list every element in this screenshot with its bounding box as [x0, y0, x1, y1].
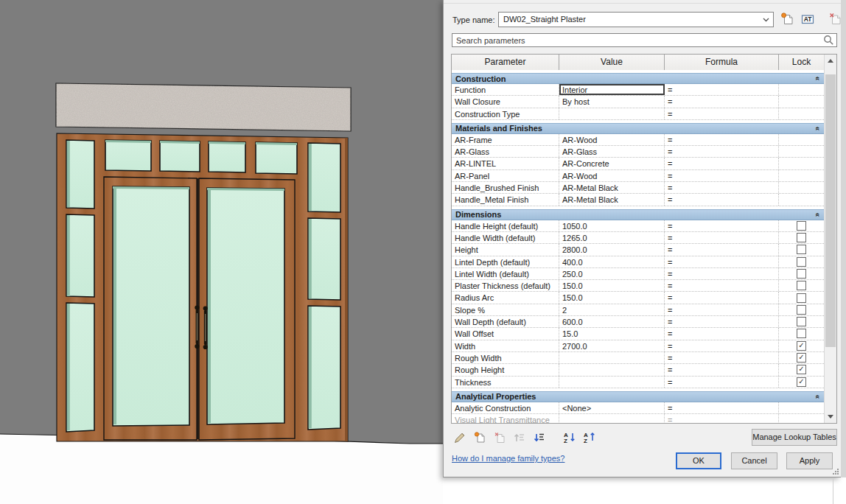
parameter-name-cell[interactable]: Thickness: [452, 377, 559, 388]
help-link[interactable]: How do I manage family types?: [452, 454, 564, 463]
parameter-value-cell[interactable]: <None>: [559, 402, 665, 413]
parameter-formula-cell[interactable]: =: [665, 84, 779, 95]
parameter-formula-cell[interactable]: =: [665, 328, 779, 339]
parameter-name-cell[interactable]: Function: [452, 84, 559, 95]
parameter-name-cell[interactable]: Radius Arc: [452, 292, 559, 303]
edit-parameter-icon[interactable]: [453, 431, 466, 444]
parameter-value-cell[interactable]: 150.0: [559, 292, 665, 303]
parameter-name-cell[interactable]: Width: [452, 340, 559, 351]
parameter-name-cell[interactable]: Height: [452, 244, 559, 255]
column-header-formula[interactable]: Formula: [665, 55, 779, 70]
parameter-name-cell[interactable]: Handle Height (default): [452, 220, 559, 231]
parameter-value-cell[interactable]: 1050.0: [559, 220, 665, 231]
parameter-formula-cell[interactable]: =: [665, 158, 779, 169]
parameter-formula-cell[interactable]: =: [665, 134, 779, 145]
parameter-name-cell[interactable]: Wall Offset: [452, 328, 559, 339]
collapse-chevron-icon[interactable]: «: [814, 212, 822, 217]
parameter-formula-cell[interactable]: =: [665, 170, 779, 181]
rename-type-button[interactable]: AT: [800, 11, 816, 27]
parameter-formula-cell[interactable]: =: [665, 182, 779, 193]
parameter-formula-cell[interactable]: =: [665, 352, 779, 363]
scroll-up-button[interactable]: [825, 55, 836, 67]
parameter-value-cell[interactable]: AR-Metal Black: [559, 194, 665, 205]
lock-checkbox[interactable]: [797, 317, 806, 326]
search-input[interactable]: [452, 33, 837, 47]
parameter-name-cell[interactable]: Rough Width: [452, 352, 559, 363]
cancel-button[interactable]: Cancel: [731, 452, 777, 469]
section-header-row[interactable]: Materials and Finishes«: [452, 123, 824, 134]
column-header-value[interactable]: Value: [559, 55, 665, 70]
parameter-formula-cell[interactable]: =: [665, 220, 779, 231]
parameter-formula-cell[interactable]: =: [665, 340, 779, 351]
parameter-value-cell[interactable]: Interior: [559, 84, 665, 95]
parameter-value-cell[interactable]: 2700.0: [559, 340, 665, 351]
scroll-down-button[interactable]: [825, 410, 836, 423]
parameter-name-cell[interactable]: Rough Height: [452, 364, 559, 375]
parameter-value-cell[interactable]: [559, 364, 665, 375]
delete-parameter-icon[interactable]: [493, 431, 506, 444]
table-scrollbar[interactable]: [824, 55, 836, 423]
parameter-name-cell[interactable]: Slope %: [452, 304, 559, 315]
parameter-value-cell[interactable]: [559, 352, 665, 363]
parameter-name-cell[interactable]: Construction Type: [452, 108, 559, 119]
parameter-value-cell[interactable]: 15.0: [559, 328, 665, 339]
parameter-value-cell[interactable]: [559, 414, 665, 423]
parameter-name-cell[interactable]: Handle_Brushed Finish: [452, 182, 559, 193]
type-name-combobox[interactable]: DW02_Straight Plaster: [498, 12, 774, 27]
parameter-name-cell[interactable]: Lintel Depth (default): [452, 256, 559, 267]
parameter-formula-cell[interactable]: =: [665, 402, 779, 413]
parameter-value-cell[interactable]: 2: [559, 304, 665, 315]
lock-checkbox[interactable]: ✓: [797, 377, 806, 387]
parameter-formula-cell[interactable]: =: [665, 108, 779, 119]
lock-checkbox[interactable]: [797, 221, 806, 231]
lock-checkbox[interactable]: [797, 257, 806, 267]
resize-grip[interactable]: [832, 468, 839, 475]
sort-ascending-icon[interactable]: A Z: [563, 431, 576, 444]
parameter-formula-cell[interactable]: =: [665, 292, 779, 303]
parameter-name-cell[interactable]: Handle Width (default): [452, 232, 559, 243]
parameter-name-cell[interactable]: Handle_Metal Finish: [452, 194, 559, 205]
parameter-value-cell[interactable]: AR-Wood: [559, 170, 665, 181]
parameter-name-cell[interactable]: Plaster Thickness (default): [452, 280, 559, 291]
parameter-formula-cell[interactable]: =: [665, 316, 779, 327]
parameter-formula-cell[interactable]: =: [665, 244, 779, 255]
parameter-name-cell[interactable]: AR-LINTEL: [452, 158, 559, 169]
parameter-formula-cell[interactable]: =: [665, 194, 779, 205]
parameter-formula-cell[interactable]: =: [665, 364, 779, 375]
parameter-name-cell[interactable]: Wall Depth (default): [452, 316, 559, 327]
collapse-chevron-icon[interactable]: «: [814, 395, 822, 399]
lock-checkbox[interactable]: [797, 293, 806, 303]
parameter-value-cell[interactable]: 250.0: [559, 268, 665, 279]
parameter-name-cell[interactable]: Visual Light Transmittance: [452, 414, 559, 423]
parameter-value-cell[interactable]: By host: [559, 96, 665, 107]
parameter-value-cell[interactable]: AR-Concrete: [559, 158, 665, 169]
parameter-value-cell[interactable]: AR-Glass: [559, 146, 665, 157]
lock-checkbox[interactable]: [797, 281, 806, 290]
lock-checkbox[interactable]: [797, 233, 806, 242]
parameter-name-cell[interactable]: AR-Panel: [452, 170, 559, 181]
lock-checkbox[interactable]: [797, 305, 806, 315]
parameter-name-cell[interactable]: Wall Closure: [452, 96, 559, 107]
parameter-value-cell[interactable]: AR-Metal Black: [559, 182, 665, 193]
parameter-formula-cell[interactable]: =: [665, 304, 779, 315]
parameter-value-cell[interactable]: [559, 377, 665, 388]
manage-lookup-tables-button[interactable]: Manage Lookup Tables: [752, 429, 837, 446]
column-header-parameter[interactable]: Parameter: [452, 55, 559, 70]
parameter-name-cell[interactable]: AR-Frame: [452, 134, 559, 145]
collapse-chevron-icon[interactable]: «: [814, 77, 822, 81]
parameter-formula-cell[interactable]: =: [665, 232, 779, 243]
move-parameter-up-icon[interactable]: [513, 431, 526, 444]
parameter-formula-cell[interactable]: =: [665, 256, 779, 267]
parameter-value-cell[interactable]: [559, 108, 665, 119]
apply-button[interactable]: Apply: [786, 452, 833, 469]
parameter-formula-cell[interactable]: =: [665, 96, 779, 107]
ok-button[interactable]: OK: [676, 452, 721, 469]
lock-checkbox[interactable]: ✓: [797, 341, 806, 351]
move-parameter-down-icon[interactable]: [533, 431, 546, 444]
parameter-formula-cell[interactable]: =: [665, 268, 779, 279]
section-header-row[interactable]: Dimensions«: [452, 209, 824, 220]
sort-descending-icon[interactable]: A Z: [583, 431, 596, 444]
parameter-value-cell[interactable]: 1265.0: [559, 232, 665, 243]
parameter-name-cell[interactable]: Analytic Construction: [452, 402, 559, 413]
column-header-lock[interactable]: Lock: [779, 55, 824, 70]
